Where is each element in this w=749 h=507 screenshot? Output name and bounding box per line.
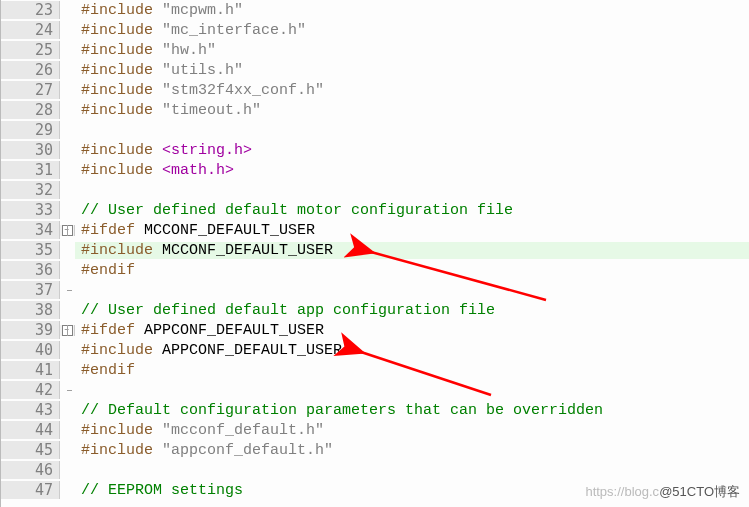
code-content[interactable]: #include <math.h>	[75, 162, 749, 179]
code-content[interactable]: #include "stm32f4xx_conf.h"	[75, 82, 749, 99]
code-line[interactable]: 27#include "stm32f4xx_conf.h"	[1, 80, 749, 100]
line-number: 39	[1, 321, 60, 339]
code-content[interactable]: #ifdef APPCONF_DEFAULT_USER	[75, 322, 749, 339]
code-content[interactable]: #endif	[75, 262, 749, 279]
line-number: 24	[1, 21, 60, 39]
fold-gutter: −	[60, 225, 75, 236]
line-number: 27	[1, 81, 60, 99]
code-line[interactable]: 43// Default configuration parameters th…	[1, 400, 749, 420]
code-line[interactable]: 26#include "utils.h"	[1, 60, 749, 80]
line-number: 36	[1, 261, 60, 279]
code-line[interactable]: 30#include <string.h>	[1, 140, 749, 160]
fold-gutter: −	[60, 325, 75, 336]
code-line[interactable]: 37	[1, 280, 749, 300]
code-line[interactable]: 33// User defined default motor configur…	[1, 200, 749, 220]
code-line[interactable]: 40#include APPCONF_DEFAULT_USER	[1, 340, 749, 360]
line-number: 29	[1, 121, 60, 139]
code-content[interactable]: // Default configuration parameters that…	[75, 402, 749, 419]
line-number: 34	[1, 221, 60, 239]
code-line[interactable]: 41#endif	[1, 360, 749, 380]
code-content[interactable]: #include "appconf_default.h"	[75, 442, 749, 459]
code-line[interactable]: 45#include "appconf_default.h"	[1, 440, 749, 460]
code-line[interactable]: 34−#ifdef MCCONF_DEFAULT_USER	[1, 220, 749, 240]
code-line[interactable]: 38// User defined default app configurat…	[1, 300, 749, 320]
line-number: 23	[1, 1, 60, 19]
line-number: 32	[1, 181, 60, 199]
code-content[interactable]: #ifdef MCCONF_DEFAULT_USER	[75, 222, 749, 239]
code-line[interactable]: 23#include "mcpwm.h"	[1, 0, 749, 20]
code-line[interactable]: 39−#ifdef APPCONF_DEFAULT_USER	[1, 320, 749, 340]
watermark-author: @51CTO博客	[659, 484, 740, 499]
line-number: 41	[1, 361, 60, 379]
line-number: 31	[1, 161, 60, 179]
code-content[interactable]: // User defined default app configuratio…	[75, 302, 749, 319]
code-line[interactable]: 28#include "timeout.h"	[1, 100, 749, 120]
line-number: 30	[1, 141, 60, 159]
code-line[interactable]: 29	[1, 120, 749, 140]
line-number: 42	[1, 381, 60, 399]
line-number: 37	[1, 281, 60, 299]
code-content[interactable]: #endif	[75, 362, 749, 379]
line-number: 26	[1, 61, 60, 79]
line-number: 45	[1, 441, 60, 459]
code-content[interactable]: #include MCCONF_DEFAULT_USER	[75, 242, 749, 259]
line-number: 47	[1, 481, 60, 499]
code-content[interactable]: #include APPCONF_DEFAULT_USER	[75, 342, 749, 359]
line-number: 46	[1, 461, 60, 479]
line-number: 40	[1, 341, 60, 359]
watermark-url: https://blog.c	[585, 484, 659, 499]
line-number: 44	[1, 421, 60, 439]
code-line[interactable]: 31#include <math.h>	[1, 160, 749, 180]
line-number: 43	[1, 401, 60, 419]
watermark: https://blog.c@51CTO博客	[585, 483, 740, 501]
code-content[interactable]: #include "mcconf_default.h"	[75, 422, 749, 439]
line-number: 33	[1, 201, 60, 219]
code-content[interactable]: #include "utils.h"	[75, 62, 749, 79]
line-number: 25	[1, 41, 60, 59]
line-number: 38	[1, 301, 60, 319]
code-editor[interactable]: 23#include "mcpwm.h"24#include "mc_inter…	[1, 0, 749, 507]
code-line[interactable]: 42	[1, 380, 749, 400]
code-content[interactable]: // User defined default motor configurat…	[75, 202, 749, 219]
code-line[interactable]: 44#include "mcconf_default.h"	[1, 420, 749, 440]
line-number: 28	[1, 101, 60, 119]
code-content[interactable]: #include "mcpwm.h"	[75, 2, 749, 19]
code-content[interactable]: #include <string.h>	[75, 142, 749, 159]
code-content[interactable]: #include "timeout.h"	[75, 102, 749, 119]
code-line[interactable]: 35#include MCCONF_DEFAULT_USER	[1, 240, 749, 260]
code-line[interactable]: 32	[1, 180, 749, 200]
code-line[interactable]: 46	[1, 460, 749, 480]
code-content[interactable]: #include "hw.h"	[75, 42, 749, 59]
code-line[interactable]: 36#endif	[1, 260, 749, 280]
code-line[interactable]: 25#include "hw.h"	[1, 40, 749, 60]
code-content[interactable]: #include "mc_interface.h"	[75, 22, 749, 39]
code-line[interactable]: 24#include "mc_interface.h"	[1, 20, 749, 40]
line-number: 35	[1, 241, 60, 259]
